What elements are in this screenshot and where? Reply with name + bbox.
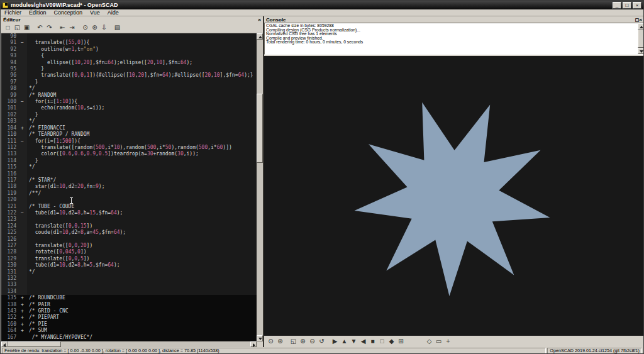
console-scrollbar[interactable]: [638, 23, 644, 54]
fold-marker-icon[interactable]: [18, 204, 27, 210]
fold-marker-icon[interactable]: +: [18, 314, 27, 321]
orthogonal-icon[interactable]: ▭: [434, 337, 443, 346]
scroll-down-icon[interactable]: [257, 335, 263, 341]
redo-icon[interactable]: ↷: [45, 23, 54, 33]
fold-marker-icon[interactable]: [18, 53, 27, 59]
fold-marker-icon[interactable]: [18, 236, 27, 243]
code-area[interactable]: 90 91 − translate([55,0]){ 92 outline(w=…: [1, 33, 257, 341]
fold-marker-icon[interactable]: [18, 158, 27, 164]
fold-marker-icon[interactable]: [18, 151, 27, 157]
editor-hscroll-thumb[interactable]: [8, 341, 61, 347]
fold-marker-icon[interactable]: [18, 262, 27, 268]
fold-marker-icon[interactable]: [18, 282, 27, 288]
left-view-icon[interactable]: ◀: [358, 337, 368, 346]
scroll-left-icon[interactable]: [1, 341, 8, 347]
fold-marker-icon[interactable]: [18, 269, 27, 275]
view-all-icon[interactable]: ◱: [289, 337, 298, 346]
fold-marker-icon[interactable]: [18, 92, 27, 99]
preview-icon[interactable]: ⊙: [80, 23, 90, 33]
fold-marker-icon[interactable]: [18, 289, 27, 295]
save-icon[interactable]: ▣: [22, 23, 31, 33]
unindent-icon[interactable]: ⇤: [58, 23, 67, 33]
fold-marker-icon[interactable]: [18, 66, 27, 72]
fold-marker-icon[interactable]: [18, 131, 27, 138]
fold-marker-icon[interactable]: [18, 86, 27, 92]
fold-marker-icon[interactable]: +: [18, 302, 27, 308]
fold-marker-icon[interactable]: [18, 171, 27, 177]
scroll-down-icon[interactable]: [638, 48, 644, 54]
console-close-icon[interactable]: ×: [639, 17, 642, 23]
fold-marker-icon[interactable]: [18, 256, 27, 262]
editor-close-icon[interactable]: ×: [258, 17, 261, 23]
fold-marker-icon[interactable]: [18, 197, 27, 203]
back-view-icon[interactable]: □: [377, 337, 387, 346]
menu-aide[interactable]: Aide: [104, 9, 123, 16]
fold-marker-icon[interactable]: [18, 223, 27, 230]
fold-marker-icon[interactable]: [18, 184, 27, 190]
print-icon[interactable]: ▤: [113, 23, 122, 33]
right-view-icon[interactable]: ▶: [330, 337, 340, 346]
minimize-button[interactable]: _: [613, 2, 621, 9]
menu-conception[interactable]: Conception: [50, 9, 87, 16]
menu-vue[interactable]: Vue: [86, 9, 104, 16]
preview-icon[interactable]: ⊙: [266, 337, 275, 346]
menu-edition[interactable]: Édition: [25, 9, 50, 16]
top-view-icon[interactable]: ▲: [340, 337, 349, 346]
fold-marker-icon[interactable]: −: [18, 138, 27, 145]
console-scroll-thumb[interactable]: [638, 30, 644, 48]
fold-marker-icon[interactable]: [18, 177, 27, 184]
perspective-icon[interactable]: ◇: [425, 337, 434, 346]
fold-marker-icon[interactable]: [18, 33, 27, 40]
render-icon[interactable]: ⊛: [90, 23, 99, 33]
fold-marker-icon[interactable]: [18, 118, 27, 124]
editor-horizontal-scrollbar[interactable]: [1, 341, 257, 347]
scroll-up-icon[interactable]: [638, 23, 644, 30]
close-button[interactable]: ×: [633, 2, 641, 9]
front-view-icon[interactable]: ■: [368, 337, 377, 346]
scroll-up-icon[interactable]: [257, 33, 263, 40]
fold-marker-icon[interactable]: +: [18, 321, 27, 328]
fold-marker-icon[interactable]: [18, 216, 27, 223]
zoom-in-icon[interactable]: ⊕: [298, 337, 308, 346]
render-icon[interactable]: ⊛: [275, 337, 285, 346]
fold-marker-icon[interactable]: [18, 164, 27, 170]
maximize-button[interactable]: □: [623, 2, 631, 9]
center-view-icon[interactable]: ⊞: [396, 337, 406, 346]
menu-fichier[interactable]: Fichier: [1, 9, 25, 16]
viewport[interactable]: [264, 56, 644, 336]
undo-icon[interactable]: ↶: [35, 23, 45, 33]
fold-marker-icon[interactable]: +: [18, 295, 27, 301]
fold-marker-icon[interactable]: [18, 275, 27, 282]
fold-marker-icon[interactable]: +: [18, 308, 27, 314]
reset-view-icon[interactable]: ↺: [317, 337, 326, 346]
open-file-icon[interactable]: ◱: [13, 23, 22, 33]
editor-vscroll-thumb[interactable]: [257, 94, 263, 163]
fold-marker-icon[interactable]: −: [18, 40, 27, 46]
fold-marker-icon[interactable]: −: [18, 99, 27, 105]
bottom-view-icon[interactable]: ▼: [349, 337, 358, 346]
console-output[interactable]: CGAL cache size in bytes: 8059288Compili…: [264, 23, 644, 55]
new-file-icon[interactable]: □: [3, 23, 13, 33]
scroll-right-icon[interactable]: [250, 341, 257, 347]
fold-marker-icon[interactable]: +: [18, 125, 27, 131]
fold-marker-icon[interactable]: +: [18, 328, 27, 334]
fold-marker-icon[interactable]: [18, 335, 27, 341]
fold-marker-icon[interactable]: [18, 243, 27, 249]
fold-marker-icon[interactable]: [18, 249, 27, 255]
diagonal-view-icon[interactable]: ◆: [387, 337, 396, 346]
export-stl-icon[interactable]: ⇩: [99, 23, 109, 33]
zoom-out-icon[interactable]: ⊖: [308, 337, 317, 346]
fold-marker-icon[interactable]: [18, 105, 27, 111]
fold-marker-icon[interactable]: [18, 72, 27, 79]
fold-marker-icon[interactable]: [18, 112, 27, 118]
fold-marker-icon[interactable]: [18, 79, 27, 86]
axes-toggle-icon[interactable]: +: [443, 337, 453, 346]
editor-vertical-scrollbar[interactable]: [257, 33, 263, 341]
fold-marker-icon[interactable]: [18, 230, 27, 236]
fold-marker-icon[interactable]: [18, 47, 27, 53]
fold-marker-icon[interactable]: −: [18, 210, 27, 216]
fold-marker-icon[interactable]: [18, 191, 27, 197]
fold-marker-icon[interactable]: [18, 145, 27, 151]
fold-marker-icon[interactable]: [18, 60, 27, 66]
indent-icon[interactable]: ⇥: [67, 23, 77, 33]
